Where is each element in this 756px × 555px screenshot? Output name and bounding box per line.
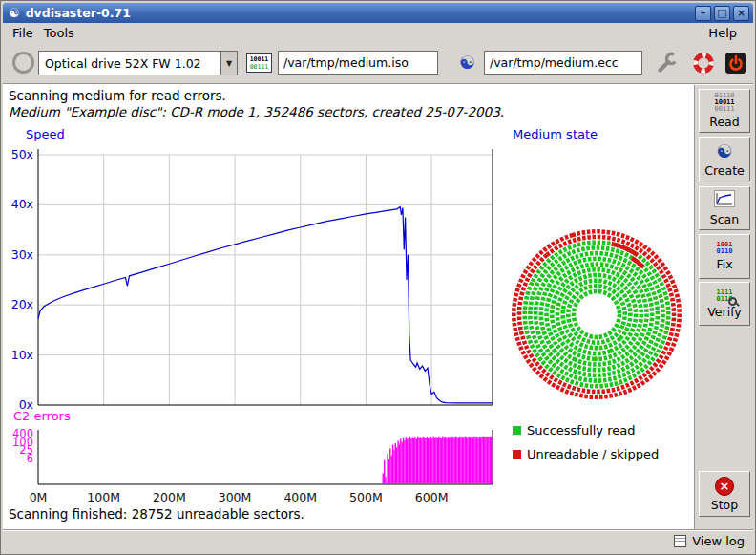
read-button[interactable]: 01110 10011 00111 Read — [699, 89, 750, 133]
bottom-bar: View log — [3, 529, 753, 552]
stop-label: Stop — [711, 498, 738, 512]
verify-magnifier-icon: 1111 0110 — [717, 289, 733, 303]
fix-binary-icon: 1001 0110 — [717, 242, 733, 255]
verify-label: Verify — [707, 305, 741, 319]
yin-yang-icon: ☯ — [716, 141, 732, 161]
view-log-button[interactable]: View log — [674, 534, 745, 548]
svg-text:40x: 40x — [11, 197, 33, 211]
status-line-1: Scanning medium for read errors. — [9, 88, 226, 103]
help-lifebelt-icon[interactable] — [690, 50, 717, 76]
drive-select[interactable]: Optical drive 52X FW 1.02 ▼ — [38, 51, 238, 75]
menu-tools[interactable]: Tools — [42, 25, 83, 41]
legend-ok-row: Successfully read — [513, 423, 635, 438]
toolbar: Optical drive 52X FW 1.02 ▼ 10011 00111 … — [3, 43, 753, 83]
svg-text:300M: 300M — [219, 490, 252, 504]
log-icon — [674, 535, 686, 547]
content-area: Scanning medium for read errors. Medium … — [3, 85, 753, 529]
legend-bad-swatch — [513, 450, 521, 459]
app-window: { "window": { "title": "dvdisaster-0.71"… — [0, 0, 756, 555]
stop-button[interactable]: × Stop — [699, 471, 750, 517]
action-sidebar: 01110 10011 00111 Read ☯ Create Scan — [694, 85, 753, 529]
medium-state-disc — [503, 221, 690, 408]
minimize-button[interactable]: – — [695, 6, 711, 21]
legend-bad-row: Unreadable / skipped — [513, 447, 659, 461]
svg-text:6: 6 — [27, 452, 33, 465]
svg-text:500M: 500M — [349, 490, 383, 504]
read-label: Read — [709, 115, 739, 129]
quit-power-icon[interactable] — [723, 50, 749, 76]
drive-select-value: Optical drive 52X FW 1.02 — [39, 56, 220, 71]
svg-text:400M: 400M — [284, 490, 317, 504]
window-titlebar[interactable]: ☯ dvdisaster-0.71 – □ × — [3, 3, 753, 23]
svg-text:100M: 100M — [87, 490, 120, 504]
ecc-path-input[interactable]: /var/tmp/medium.ecc — [484, 51, 642, 75]
preferences-wrench-icon[interactable] — [654, 50, 681, 76]
scan-label: Scan — [710, 212, 739, 226]
disc-drive-icon[interactable] — [12, 52, 34, 74]
chevron-down-icon[interactable]: ▼ — [220, 52, 237, 75]
legend-bad-label: Unreadable / skipped — [527, 447, 659, 461]
svg-text:600M: 600M — [415, 490, 449, 504]
view-log-label: View log — [692, 534, 745, 548]
create-button[interactable]: ☯ Create — [699, 137, 750, 181]
magnifier-icon — [728, 297, 737, 306]
close-button[interactable]: × — [733, 6, 749, 21]
stop-icon: × — [715, 477, 734, 496]
iso-path-input[interactable]: /var/tmp/medium.iso — [278, 51, 438, 75]
scan-result-status: Scanning finished: 28752 unreadable sect… — [9, 506, 304, 522]
fix-label: Fix — [716, 257, 732, 271]
image-file-icon: 10011 00111 — [246, 53, 272, 73]
scan-chart-icon — [714, 190, 735, 210]
window-title: dvdisaster-0.71 — [26, 6, 692, 20]
ecc-file-icon: ☯ — [459, 52, 475, 73]
menu-file[interactable]: File — [10, 25, 42, 41]
svg-text:0x: 0x — [19, 397, 33, 412]
svg-text:10x: 10x — [11, 348, 33, 362]
svg-text:50x: 50x — [11, 147, 33, 161]
verify-button[interactable]: 1111 0110 Verify — [699, 282, 750, 326]
main-panel: Scanning medium for read errors. Medium … — [3, 85, 694, 529]
status-line-2: Medium "Example disc": CD-R mode 1, 3524… — [9, 104, 504, 119]
svg-text:0M: 0M — [30, 490, 48, 504]
create-label: Create — [704, 163, 745, 178]
svg-text:20x: 20x — [11, 297, 33, 311]
read-binary-icon: 01110 10011 00111 — [714, 93, 734, 113]
menu-help[interactable]: Help — [706, 25, 746, 41]
app-icon: ☯ — [9, 6, 20, 20]
legend-ok-swatch — [513, 426, 521, 435]
legend-ok-label: Successfully read — [527, 423, 635, 438]
svg-text:200M: 200M — [153, 490, 186, 504]
fix-button[interactable]: 1001 0110 Fix — [699, 234, 750, 279]
menubar: File Tools Help — [3, 23, 753, 43]
scan-button[interactable]: Scan — [699, 186, 750, 230]
maximize-button[interactable]: □ — [714, 6, 730, 21]
svg-text:30x: 30x — [11, 247, 33, 262]
